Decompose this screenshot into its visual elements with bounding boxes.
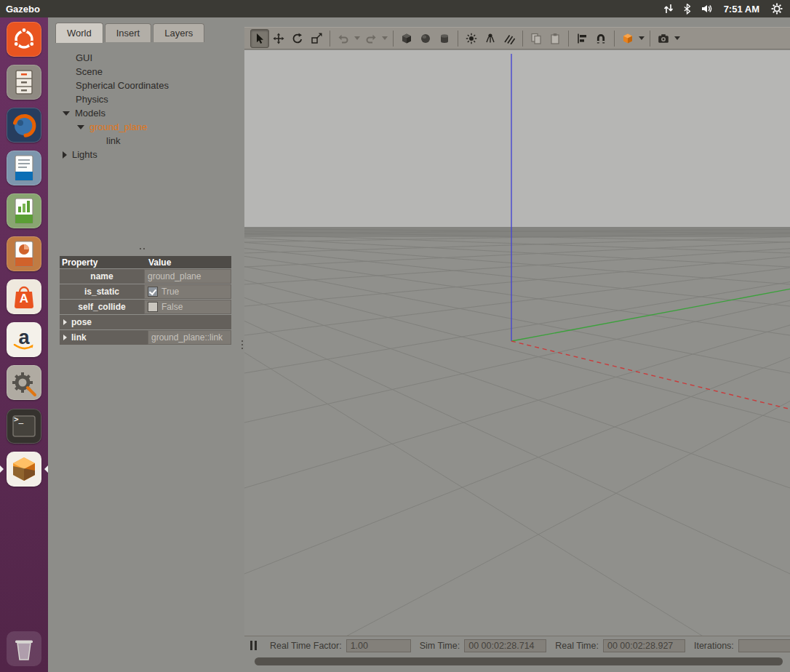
property-value-name[interactable]: ground_plane: [144, 269, 231, 284]
expander-right-icon[interactable]: [63, 151, 67, 159]
scale-tool-button[interactable]: [307, 29, 326, 48]
snap-button[interactable]: [591, 29, 610, 48]
point-light-sun-icon: [466, 33, 477, 44]
copy-button[interactable]: [527, 29, 546, 48]
align-button[interactable]: [572, 29, 591, 48]
expander-right-icon[interactable]: [63, 335, 67, 340]
select-tool-button[interactable]: [250, 29, 269, 48]
rotate-circular-arrow-icon: [292, 33, 303, 44]
toolbar-separator: [522, 31, 523, 47]
toolbar-separator: [393, 31, 394, 47]
system-settings-icon[interactable]: [7, 365, 41, 400]
libreoffice-impress-icon[interactable]: [7, 236, 41, 271]
pause-button[interactable]: [250, 639, 257, 653]
value-text: False: [161, 302, 183, 312]
impress-document-icon: [9, 239, 39, 268]
expander-down-icon[interactable]: [63, 111, 70, 116]
libreoffice-writer-icon[interactable]: [7, 151, 41, 185]
view-angle-button[interactable]: [618, 29, 637, 48]
tree-item-models[interactable]: Models: [48, 106, 240, 120]
ubuntu-dash-icon[interactable]: [7, 22, 41, 57]
gazebo-icon[interactable]: [7, 452, 41, 487]
tree-label: Models: [75, 108, 105, 119]
focused-indicator-arrow: [44, 465, 48, 473]
checkbox-unchecked[interactable]: [148, 302, 158, 312]
insert-cylinder-button[interactable]: [435, 29, 454, 48]
tree-item-gui[interactable]: GUI: [48, 51, 240, 65]
expander-right-icon[interactable]: [63, 319, 67, 325]
amazon-icon[interactable]: a: [7, 322, 41, 357]
trash-icon[interactable]: [7, 631, 41, 666]
value-text: True: [161, 287, 179, 297]
calc-document-icon: [9, 196, 39, 225]
undo-button[interactable]: [334, 29, 353, 48]
header-property: Property: [60, 257, 146, 268]
tree-item-scene[interactable]: Scene: [48, 65, 240, 79]
scale-box-arrow-icon: [311, 33, 322, 44]
terminal-icon[interactable]: >_: [7, 409, 41, 444]
checkbox-checked[interactable]: [148, 287, 158, 297]
rotate-tool-button[interactable]: [288, 29, 307, 48]
gear-wrench-icon: [9, 368, 39, 397]
view-angle-caret[interactable]: [637, 29, 646, 48]
copy-pages-icon: [530, 33, 542, 44]
screenshot-caret[interactable]: [673, 29, 682, 48]
redo-history-caret[interactable]: [380, 29, 389, 48]
libreoffice-calc-icon[interactable]: [7, 193, 41, 228]
splitter-grip[interactable]: [140, 248, 145, 249]
ubuntu-software-icon[interactable]: A: [7, 279, 41, 314]
world-tree: GUI Scene Spherical Coordinates Physics …: [48, 51, 240, 161]
insert-sphere-button[interactable]: [416, 29, 435, 48]
property-key-link[interactable]: link: [60, 330, 148, 345]
directional-light-button[interactable]: [500, 29, 519, 48]
simulation-status-bar: Real Time Factor: 1.00 Sim Time: 00 00:0…: [244, 636, 790, 655]
tab-layers[interactable]: Layers: [153, 23, 204, 42]
paste-button[interactable]: [546, 29, 564, 48]
horizontal-scrollbar[interactable]: [255, 657, 786, 665]
ubuntu-top-panel: Gazebo 7:51 AM: [0, 0, 790, 17]
camera-icon: [658, 33, 669, 44]
session-gear-icon[interactable]: [771, 3, 783, 15]
files-icon[interactable]: [7, 65, 41, 100]
firefox-icon[interactable]: [7, 108, 41, 143]
tab-world[interactable]: World: [55, 23, 103, 43]
render-scene-3d[interactable]: [244, 50, 790, 636]
iterations-value: [738, 639, 790, 652]
bluetooth-icon[interactable]: [682, 3, 693, 15]
spot-light-button[interactable]: [481, 29, 500, 48]
amazon-smile-icon: [13, 343, 35, 352]
clock[interactable]: 7:51 AM: [724, 4, 759, 15]
toolbar-separator: [330, 31, 330, 47]
expander-down-icon[interactable]: [77, 125, 84, 129]
tree-item-lights[interactable]: Lights: [48, 148, 240, 161]
translate-tool-button[interactable]: [269, 29, 288, 48]
toolbar-separator: [650, 31, 650, 47]
screenshot-button[interactable]: [654, 29, 673, 48]
property-row-pose[interactable]: pose: [60, 315, 231, 329]
tree-item-ground-plane[interactable]: ground_plane: [48, 120, 240, 134]
tree-item-link[interactable]: link: [48, 134, 240, 148]
tree-item-physics[interactable]: Physics: [48, 92, 240, 106]
sim-time-label: Sim Time:: [420, 641, 460, 651]
tree-label: link: [106, 135, 121, 146]
box-shape-icon: [401, 33, 412, 44]
undo-history-caret[interactable]: [353, 29, 362, 48]
property-row-self-collide: self_collide False: [60, 300, 231, 314]
scrollbar-thumb[interactable]: [255, 657, 783, 665]
real-time-factor-label: Real Time Factor:: [270, 641, 342, 651]
property-row-link[interactable]: link ground_plane::link: [60, 330, 231, 345]
insert-box-button[interactable]: [397, 29, 416, 48]
tab-insert[interactable]: Insert: [105, 23, 152, 42]
redo-button[interactable]: [362, 29, 380, 48]
network-updown-icon[interactable]: [663, 3, 674, 15]
move-arrows-icon: [273, 33, 284, 44]
splitter-handle-dots[interactable]: [242, 340, 243, 351]
property-group-pose[interactable]: pose: [60, 315, 231, 329]
property-table: Property Value name ground_plane is_stat…: [60, 256, 231, 345]
tree-label: Lights: [72, 149, 97, 160]
point-light-button[interactable]: [462, 29, 481, 48]
tree-label: GUI: [76, 52, 92, 63]
real-time-value: 00 00:02:28.927: [603, 639, 685, 652]
volume-icon[interactable]: [701, 3, 712, 15]
tree-item-spherical-coordinates[interactable]: Spherical Coordinates: [48, 79, 240, 92]
